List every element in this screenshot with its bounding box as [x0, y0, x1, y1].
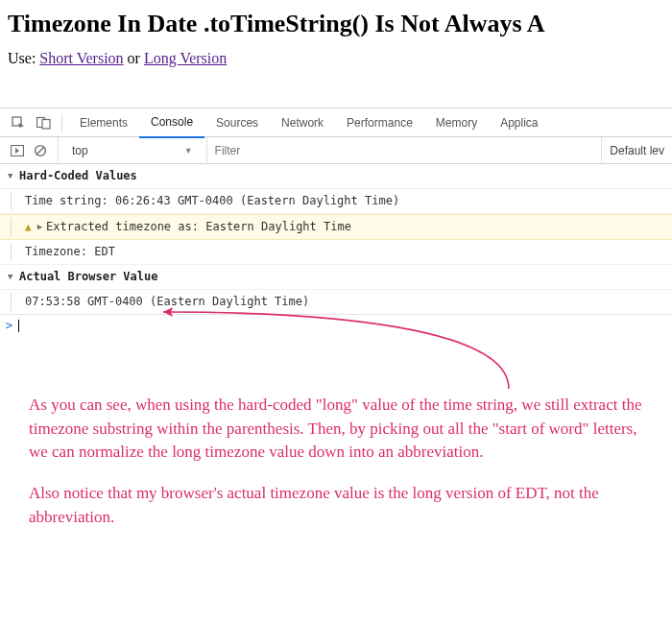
tab-application[interactable]: Applica: [489, 108, 549, 137]
use-line: Use: Short Version or Long Version: [0, 50, 672, 81]
toolbar-divider: [61, 114, 62, 132]
warning-icon: ▲: [25, 218, 32, 236]
context-selector[interactable]: top ▼: [59, 137, 207, 164]
console-sidebar-controls: [0, 137, 59, 164]
annotation-p2: Also notice that my browser's actual tim…: [29, 482, 643, 529]
inspect-icon[interactable]: [6, 108, 31, 137]
console-output: ▼ Hard-Coded Values Time string: 06:26:4…: [0, 164, 672, 336]
log-text: Extracted timezone as: Eastern Daylight …: [46, 218, 351, 236]
indent-guide: [11, 218, 12, 236]
console-log-row: Time string: 06:26:43 GMT-0400 (Eastern …: [0, 189, 672, 214]
annotation-p1: As you can see, when using the hard-code…: [29, 394, 643, 465]
indent-guide: [11, 243, 12, 261]
tab-console[interactable]: Console: [139, 108, 204, 138]
console-warn-row: ▲ ▶ Extracted timezone as: Eastern Dayli…: [0, 214, 672, 240]
short-version-link[interactable]: Short Version: [39, 50, 123, 66]
chevron-down-icon: ▼: [184, 146, 193, 156]
tab-performance[interactable]: Performance: [335, 108, 424, 137]
log-text: 07:53:58 GMT-0400 (Eastern Daylight Time…: [25, 293, 309, 311]
sidebar-toggle-icon[interactable]: [6, 145, 29, 156]
log-level-selector[interactable]: Default lev: [601, 137, 672, 164]
console-group-header[interactable]: ▼ Hard-Coded Values: [0, 164, 672, 189]
filter-input[interactable]: [207, 137, 602, 164]
console-group-header[interactable]: ▼ Actual Browser Value: [0, 265, 672, 290]
prompt-caret-icon: >: [6, 319, 12, 332]
tab-network[interactable]: Network: [270, 108, 335, 137]
devtools-panel: Elements Console Sources Network Perform…: [0, 108, 672, 336]
indent-guide: [11, 293, 12, 311]
console-log-row: 07:53:58 GMT-0400 (Eastern Daylight Time…: [0, 290, 672, 315]
clear-console-icon[interactable]: [29, 144, 52, 157]
log-text: Time string: 06:26:43 GMT-0400 (Eastern …: [25, 192, 399, 210]
tab-sources[interactable]: Sources: [204, 108, 270, 137]
device-toggle-icon[interactable]: [31, 108, 56, 137]
expand-triangle-icon[interactable]: ▶: [37, 218, 42, 236]
disclosure-triangle-icon[interactable]: ▼: [8, 167, 17, 185]
text-cursor: [18, 320, 19, 332]
console-prompt[interactable]: >: [0, 315, 672, 336]
context-value: top: [72, 144, 88, 157]
group-title: Actual Browser Value: [19, 268, 158, 286]
use-label: Use:: [8, 50, 39, 66]
console-log-row: Timezone: EDT: [0, 240, 672, 265]
indent-guide: [11, 192, 12, 210]
svg-line-5: [36, 147, 44, 155]
devtools-tabs: Elements Console Sources Network Perform…: [68, 108, 550, 137]
tab-elements[interactable]: Elements: [68, 108, 139, 137]
page-title: Timezone In Date .toTimeString() Is Not …: [0, 0, 672, 50]
long-version-link[interactable]: Long Version: [144, 50, 227, 66]
log-text: Timezone: EDT: [25, 243, 115, 261]
or-text: or: [128, 50, 144, 66]
svg-rect-2: [42, 119, 50, 129]
tab-memory[interactable]: Memory: [424, 108, 489, 137]
group-title: Hard-Coded Values: [19, 167, 137, 185]
console-subbar: top ▼ Default lev: [0, 137, 672, 164]
devtools-tabbar: Elements Console Sources Network Perform…: [0, 108, 672, 137]
disclosure-triangle-icon[interactable]: ▼: [8, 268, 17, 286]
annotation-text: As you can see, when using the hard-code…: [29, 394, 643, 546]
